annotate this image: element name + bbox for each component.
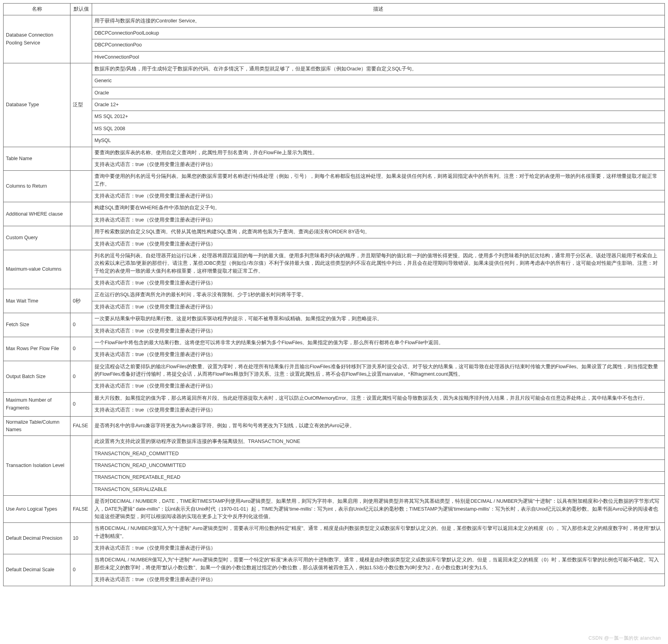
property-desc: Oracle 12+ xyxy=(92,99,665,111)
property-default xyxy=(70,250,92,289)
table-row: DBCPConnectionPoo xyxy=(4,39,665,51)
property-desc: 支持表达式语言：true（仅使用变量注册表进行评估） xyxy=(92,238,665,250)
property-desc: 列名的逗号分隔列表。自处理器开始运行以来，处理器将跟踪返回的每一列的最大值。使用… xyxy=(92,250,665,277)
property-desc: 此设置将为支持此设置的驱动程序设置数据库连接的事务隔离级别。TRANSACTIO… xyxy=(92,436,665,448)
property-default: 0秒 xyxy=(70,289,92,313)
properties-table: 名称 默认值 描述 Database Connection Pooling Se… xyxy=(3,3,665,586)
property-desc: MySQL xyxy=(92,135,665,147)
col-desc: 描述 xyxy=(92,4,665,15)
table-row: Use Avro Logical TypesFALSE是否对DECIMAL / … xyxy=(4,496,665,523)
property-desc: 支持表达式语言：true（仅使用变量注册表进行评估） xyxy=(92,349,665,361)
table-row: Database Type泛型数据库的类型/风格，用于生成特定于数据库的代码。在… xyxy=(4,63,665,75)
property-desc: 支持表达式语言：true（仅使用变量注册表进行评估） xyxy=(92,214,665,226)
property-desc: 支持表达式语言：true（仅使用变量注册表进行评估） xyxy=(92,404,665,416)
property-default: 0 xyxy=(70,361,92,392)
property-desc: MS SQL 2008 xyxy=(92,123,665,135)
table-row: Oracle xyxy=(4,87,665,99)
property-desc: DBCPConnectionPoo xyxy=(92,39,665,51)
property-name: Maximum Number of Fragments xyxy=(4,392,70,416)
property-desc: 支持表达式语言：true（仅使用变量注册表进行评估） xyxy=(92,325,665,337)
property-name: Output Batch Size xyxy=(4,361,70,392)
property-desc: 数据库的类型/风格，用于生成特定于数据库的代码。在许多情况下，通用类型就足够了，… xyxy=(92,63,665,75)
property-default: FALSE xyxy=(70,496,92,523)
col-default: 默认值 xyxy=(70,4,92,15)
table-row: 支持表达式语言：true（仅使用变量注册表进行评估） xyxy=(4,190,665,202)
property-name: Maximum-value Columns xyxy=(4,250,70,289)
property-desc: 当将DECIMAL / NUMBER值写入为"十进制" Avro逻辑类型时，需要… xyxy=(92,523,665,543)
table-row: 支持表达式语言：true（仅使用变量注册表进行评估） xyxy=(4,349,665,361)
property-default xyxy=(70,226,92,250)
table-row: 支持表达式语言：true（仅使用变量注册表进行评估） xyxy=(4,277,665,289)
table-row: 支持表达式语言：true（仅使用变量注册表进行评估） xyxy=(4,159,665,170)
property-default xyxy=(70,171,92,202)
table-row: 支持表达式语言：true（仅使用变量注册表进行评估） xyxy=(4,404,665,416)
table-row: MySQL xyxy=(4,135,665,147)
table-row: TRANSACTION_SERIALIZABLE xyxy=(4,483,665,495)
property-desc: 支持表达式语言：true（仅使用变量注册表进行评估） xyxy=(92,574,665,586)
table-row: Fetch Size0一次要从结果集中获取的结果行数。这是对数据库驱动程序的提示… xyxy=(4,313,665,325)
property-desc: 一次要从结果集中获取的结果行数。这是对数据库驱动程序的提示，可能不被尊重和/或精… xyxy=(92,313,665,325)
property-desc: 用于检索数据的自定义SQL查询。代替从其他属性构建SQL查询，此查询将包装为子查… xyxy=(92,226,665,238)
property-name: Custom Query xyxy=(4,226,70,250)
property-name: Max Rows Per Flow File xyxy=(4,337,70,361)
property-desc: TRANSACTION_REPEATABLE_READ xyxy=(92,472,665,483)
table-row: Custom Query用于检索数据的自定义SQL查询。代替从其他属性构建SQL… xyxy=(4,226,665,238)
property-desc: DBCPConnectionPoolLookup xyxy=(92,27,665,39)
property-name: Normalize Table/Column Names xyxy=(4,416,70,436)
property-desc: 是否将列名中的非Avro兼容字符更改为Avro兼容字符。例如，冒号和句号将更改为… xyxy=(92,416,665,436)
property-desc: 提交流程会话之前要排队的输出FlowFiles的数量。设置为零时，将在处理所有结… xyxy=(92,361,665,380)
table-row: Columns to Return查询中要使用的列名的逗号分隔列表。如果您的数据… xyxy=(4,171,665,190)
property-default: 0 xyxy=(70,337,92,361)
table-row: Max Rows Per Flow File0一个FlowFile中将包含的最大… xyxy=(4,337,665,349)
property-name: Additional WHERE clause xyxy=(4,202,70,226)
property-default: 0 xyxy=(70,554,92,586)
property-name: Transaction Isolation Level xyxy=(4,436,70,496)
col-name: 名称 xyxy=(4,4,70,15)
table-row: 支持表达式语言：true（仅使用变量注册表进行评估） xyxy=(4,543,665,554)
table-header-row: 名称 默认值 描述 xyxy=(4,4,665,15)
property-default: 0 xyxy=(70,392,92,416)
property-name: Use Avro Logical Types xyxy=(4,496,70,523)
table-row: Maximum-value Columns列名的逗号分隔列表。自处理器开始运行以… xyxy=(4,250,665,277)
property-name: Database Type xyxy=(4,63,70,147)
table-row: Generic xyxy=(4,75,665,87)
table-row: 支持表达式语言：true（仅使用变量注册表进行评估） xyxy=(4,301,665,313)
property-default: FALSE xyxy=(70,416,92,436)
property-desc: 查询中要使用的列名的逗号分隔列表。如果您的数据库需要对名称进行特殊处理（例如，引… xyxy=(92,171,665,190)
property-desc: HiveConnectionPool xyxy=(92,51,665,63)
property-default xyxy=(70,436,92,496)
table-row: TRANSACTION_READ_COMMITTED xyxy=(4,448,665,459)
property-desc: 是否对DECIMAL / NUMBER，DATE，TIME和TIMESTAMP列… xyxy=(92,496,665,523)
property-desc: 支持表达式语言：true（仅使用变量注册表进行评估） xyxy=(92,277,665,289)
table-row: Oracle 12+ xyxy=(4,99,665,111)
table-row: Table Name要查询的数据库表的名称。使用自定义查询时，此属性用于别名查询… xyxy=(4,147,665,159)
property-desc: 最大片段数。如果指定的值为零，那么将返回所有片段。当此处理器提取大表时，这可以防… xyxy=(92,392,665,404)
property-desc: TRANSACTION_READ_UNCOMMITTED xyxy=(92,460,665,472)
property-desc: TRANSACTION_READ_COMMITTED xyxy=(92,448,665,459)
property-default xyxy=(70,202,92,226)
property-default: 0 xyxy=(70,313,92,337)
property-desc: 用于获得与数据库的连接的Controller Service。 xyxy=(92,15,665,27)
property-desc: 支持表达式语言：true（仅使用变量注册表进行评估） xyxy=(92,543,665,554)
table-row: TRANSACTION_REPEATABLE_READ xyxy=(4,472,665,483)
table-row: MS SQL 2008 xyxy=(4,123,665,135)
table-row: TRANSACTION_READ_UNCOMMITTED xyxy=(4,460,665,472)
property-desc: 支持表达式语言：true（仅使用变量注册表进行评估） xyxy=(92,159,665,170)
table-row: Additional WHERE clause构建SQL查询时要在WHERE条件… xyxy=(4,202,665,214)
property-default xyxy=(70,15,92,63)
table-row: HiveConnectionPool xyxy=(4,51,665,63)
property-default: 泛型 xyxy=(70,63,92,147)
property-name: Columns to Return xyxy=(4,171,70,202)
property-desc: 一个FlowFile中将包含的最大结果行数。这将使您可以将非常大的结果集分解为多… xyxy=(92,337,665,349)
property-desc: 正在运行的SQL选择查询所允许的最长时间，零表示没有限制。少于1秒的最长时间将等… xyxy=(92,289,665,301)
property-name: Default Decimal Precision xyxy=(4,523,70,554)
property-desc: 支持表达式语言：true（仅使用变量注册表进行评估） xyxy=(92,301,665,313)
table-row: Default Decimal Precision10当将DECIMAL / N… xyxy=(4,523,665,543)
property-desc: 支持表达式语言：true（仅使用变量注册表进行评估） xyxy=(92,380,665,392)
property-desc: 构建SQL查询时要在WHERE条件中添加的自定义子句。 xyxy=(92,202,665,214)
table-row: 支持表达式语言：true（仅使用变量注册表进行评估） xyxy=(4,574,665,586)
table-row: 支持表达式语言：true（仅使用变量注册表进行评估） xyxy=(4,325,665,337)
property-name: Default Decimal Scale xyxy=(4,554,70,586)
property-default xyxy=(70,147,92,171)
property-desc: 要查询的数据库表的名称。使用自定义查询时，此属性用于别名查询，并在FlowFil… xyxy=(92,147,665,159)
